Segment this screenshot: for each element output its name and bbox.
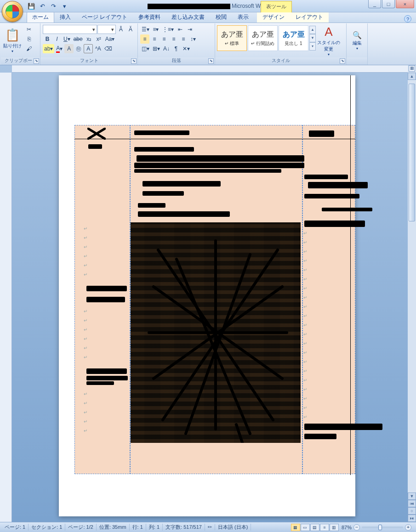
status-position[interactable]: 位置: 35mm <box>97 524 130 531</box>
multilevel-list-button[interactable]: ⋮≡▾ <box>161 25 175 34</box>
zoom-slider-thumb[interactable] <box>378 525 382 530</box>
document-page[interactable]: ↵ ↵ ↵ ↵ ↵ ↵ ↵ ↵ ↵ ↵ ↵ ↵ ↵ ↵ ↵ ↵ ↵ ↵ ↵ ↵ … <box>59 75 355 516</box>
zoom-out-button[interactable]: − <box>353 524 360 531</box>
tab-home[interactable]: ホーム <box>27 11 54 23</box>
tab-insert[interactable]: 挿入 <box>54 11 76 23</box>
vertical-scrollbar[interactable]: ▦ ▲ ▼ ⏮ ○ ⏭ <box>408 65 416 522</box>
align-right-button[interactable]: ≡ <box>160 34 169 44</box>
undo-button[interactable]: ↶ <box>38 1 47 11</box>
outline-view-button[interactable]: ≡ <box>320 524 329 531</box>
tab-view[interactable]: 表示 <box>232 11 254 23</box>
maximize-button[interactable]: □ <box>382 0 395 8</box>
style-scroll-down[interactable]: ▼ <box>309 34 316 42</box>
scroll-down-button[interactable]: ▼ <box>408 492 416 500</box>
clipboard-dialog-launcher[interactable]: ⬊ <box>34 58 39 64</box>
status-language[interactable]: 日本語 (日本) <box>215 524 251 531</box>
full-screen-view-button[interactable]: ▭ <box>301 524 310 531</box>
style-normal[interactable]: あア亜↵ 標準 <box>217 25 247 51</box>
borders-button[interactable]: ⊞▾ <box>151 44 161 53</box>
status-line[interactable]: 行: 1 <box>130 524 146 531</box>
tab-table-design[interactable]: デザイン <box>257 11 290 23</box>
line-spacing-button[interactable]: ↕▾ <box>188 34 198 44</box>
strikethrough-button[interactable]: abe <box>72 34 84 44</box>
select-browse-object-button[interactable]: ○ <box>408 507 416 515</box>
bullets-button[interactable]: ☰▾ <box>140 25 151 34</box>
status-page[interactable]: ページ: 1 <box>2 524 28 531</box>
zoom-level[interactable]: 87% <box>342 525 352 530</box>
increase-indent-button[interactable]: ⇥ <box>185 25 194 34</box>
paste-button[interactable]: 📋貼り付け▾ <box>2 24 23 57</box>
font-dialog-launcher[interactable]: ⬊ <box>131 58 137 64</box>
status-section[interactable]: セクション: 1 <box>28 524 65 531</box>
bold-button[interactable]: B <box>43 34 52 44</box>
tab-table-layout[interactable]: レイアウト <box>290 11 329 23</box>
style-scroll-more[interactable]: ▾ <box>309 42 316 51</box>
tab-mailings[interactable]: 差し込み文書 <box>166 11 210 23</box>
enclose-characters-button[interactable]: ㊞ <box>74 44 83 53</box>
zoom-in-button[interactable]: + <box>405 524 411 531</box>
status-chars[interactable]: 文字数: 517/517 <box>163 524 205 531</box>
scroll-up-button[interactable]: ▲ <box>408 73 416 80</box>
cut-button[interactable]: ✂ <box>24 25 34 34</box>
grow-font-button[interactable]: Â <box>116 25 125 34</box>
justify-button[interactable]: ≡ <box>169 34 178 44</box>
style-heading-1[interactable]: あア亜見出し 1 <box>279 25 308 51</box>
shrink-font-button[interactable]: Ă <box>126 25 135 34</box>
table[interactable]: ↵ ↵ ↵ ↵ ↵ ↵ ↵ ↵ ↵ ↵ ↵ ↵ ↵ ↵ ↵ ↵ ↵ ↵ ↵ ↵ … <box>74 125 355 474</box>
embedded-image[interactable] <box>131 222 301 443</box>
underline-button[interactable]: U▾ <box>62 34 72 44</box>
editing-button[interactable]: 🔍編集▾ <box>348 24 366 57</box>
save-button[interactable]: 💾 <box>27 1 36 11</box>
close-button[interactable]: × <box>396 0 414 8</box>
draft-view-button[interactable]: ▥ <box>330 524 339 531</box>
font-color-button[interactable]: A▾ <box>55 44 64 53</box>
sort-button[interactable]: A↓ <box>162 44 171 53</box>
change-case-button[interactable]: Aa▾ <box>104 34 116 44</box>
style-scroll-up[interactable]: ▲ <box>309 26 316 34</box>
print-layout-view-button[interactable]: ▦ <box>291 524 300 531</box>
format-painter-button[interactable]: 🖌 <box>24 44 34 53</box>
style-no-spacing[interactable]: あア亜↵ 行間詰め <box>248 25 278 51</box>
help-button[interactable]: ? <box>404 15 411 23</box>
style-gallery[interactable]: あア亜↵ 標準 あア亜↵ 行間詰め あア亜見出し 1 ▲▼▾ <box>216 24 317 52</box>
status-spellcheck[interactable]: ✏ <box>205 524 215 530</box>
copy-button[interactable]: ⎘ <box>24 34 34 44</box>
decrease-indent-button[interactable]: ⇤ <box>176 25 185 34</box>
scroll-thumb[interactable] <box>409 84 415 221</box>
italic-button[interactable]: I <box>52 34 62 44</box>
browse-prev-button[interactable]: ⏮ <box>408 500 416 507</box>
show-marks-button[interactable]: ¶ <box>171 44 181 53</box>
redo-button[interactable]: ↷ <box>49 1 58 11</box>
browse-next-button[interactable]: ⏭ <box>408 515 416 522</box>
asian-layout-button[interactable]: ✕▾ <box>181 44 191 53</box>
tab-page-layout[interactable]: ページ レイアウト <box>76 11 133 23</box>
shading-button[interactable]: ◫▾ <box>140 44 151 53</box>
align-center-button[interactable]: ≡ <box>150 34 159 44</box>
paragraph-dialog-launcher[interactable]: ⬊ <box>208 58 214 64</box>
tab-references[interactable]: 参考資料 <box>133 11 166 23</box>
highlight-button[interactable]: ab▾ <box>43 44 54 53</box>
subscript-button[interactable]: x₂ <box>85 34 94 44</box>
styles-dialog-launcher[interactable]: ⬊ <box>340 58 345 64</box>
qat-customize-button[interactable]: ▾ <box>60 1 69 11</box>
align-left-button[interactable]: ≡ <box>140 34 149 44</box>
web-layout-view-button[interactable]: ▤ <box>310 524 319 531</box>
status-column[interactable]: 列: 1 <box>146 524 163 531</box>
phonetic-guide-button[interactable]: ᴬA <box>93 44 103 53</box>
character-shading-button[interactable]: A <box>64 44 74 53</box>
zoom-slider[interactable] <box>362 526 403 528</box>
change-styles-button[interactable]: Aスタイルの変更▾ <box>317 24 341 57</box>
ruler-toggle-button[interactable]: ▦ <box>409 65 415 72</box>
character-border-button[interactable]: A <box>84 44 93 53</box>
distributed-button[interactable]: ≡ <box>179 34 188 44</box>
font-size-combo[interactable]: ▾ <box>97 25 116 34</box>
superscript-button[interactable]: x² <box>94 34 103 44</box>
numbering-button[interactable]: ≡▾ <box>151 25 160 34</box>
clear-formatting-button[interactable]: ⌫ <box>103 44 114 53</box>
vertical-ruler[interactable] <box>0 73 12 522</box>
status-page-of[interactable]: ページ: 1/2 <box>65 524 96 531</box>
horizontal-ruler[interactable] <box>12 65 408 73</box>
font-name-combo[interactable]: ▾ <box>43 25 97 34</box>
office-button[interactable] <box>2 1 23 22</box>
tab-review[interactable]: 校閲 <box>210 11 232 23</box>
